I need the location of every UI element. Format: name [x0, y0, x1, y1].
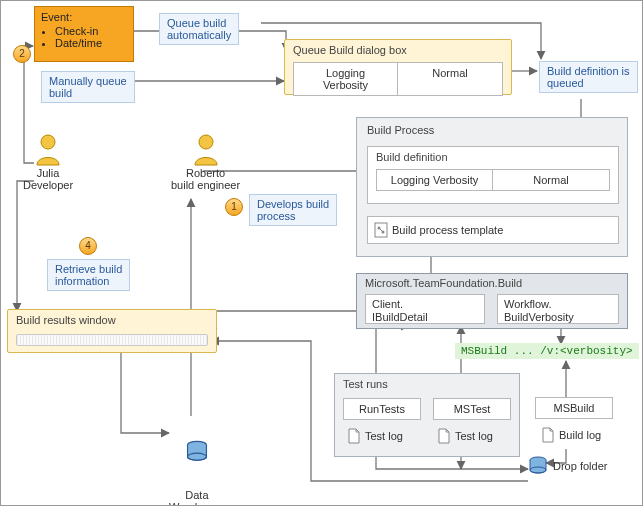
label-queue-auto: Queue build automatically — [159, 13, 239, 45]
document-icon — [437, 428, 451, 444]
database-icon — [184, 439, 210, 465]
test-log-1: Test log — [347, 428, 403, 444]
queue-dialog-row: Logging Verbosity Normal — [293, 62, 503, 96]
build-process-title: Build Process — [367, 124, 434, 136]
template-label: Build process template — [392, 224, 503, 236]
label-develops-process: Develops build process — [249, 194, 337, 226]
template-icon — [374, 222, 388, 238]
queue-dialog-title: Queue Build dialog box — [293, 44, 407, 56]
build-definition-title: Build definition — [376, 151, 448, 163]
person-name: Roberto — [171, 167, 240, 179]
database-icon — [527, 455, 549, 477]
msbuild-command: MSBuild ... /v:<verbosity> — [455, 343, 639, 359]
diagram-canvas: Event: Check-in Date/time 2 1 3 4 Queue … — [0, 0, 643, 506]
build-definition-row: Logging Verbosity Normal — [376, 169, 610, 191]
svg-point-0 — [41, 135, 55, 149]
step-1: 1 — [225, 198, 243, 216]
build-definition-box: Build definition Logging Verbosity Norma… — [367, 146, 619, 204]
document-icon — [347, 428, 361, 444]
event-item: Check-in — [55, 25, 127, 37]
person-icon — [34, 133, 62, 167]
person-roberto: Roberto build engineer — [171, 133, 240, 191]
build-def-col2: Normal — [493, 170, 609, 190]
person-julia: Julia Developer — [23, 133, 73, 191]
build-results-window: Build results window — [7, 309, 217, 353]
label-def-queued: Build definition is queued — [539, 61, 638, 93]
event-item: Date/time — [55, 37, 127, 49]
build-def-col1: Logging Verbosity — [377, 170, 493, 190]
queue-dialog-col1: Logging Verbosity — [294, 63, 398, 95]
queue-dialog-col2: Normal — [398, 63, 502, 95]
build-process-template: Build process template — [367, 216, 619, 244]
msbuild-box: MSBuild — [535, 397, 613, 419]
test-runs-panel: Test runs RunTests MSTest Test log Test … — [334, 373, 520, 457]
test-runs-title: Test runs — [343, 378, 388, 390]
drop-folder: Drop folder — [527, 455, 607, 477]
tfbuild-panel: Microsoft.TeamFoundation.Build Client. I… — [356, 273, 628, 329]
results-title: Build results window — [16, 314, 116, 326]
runtests-box: RunTests — [343, 398, 421, 420]
document-icon — [541, 427, 555, 443]
queue-build-dialog: Queue Build dialog box Logging Verbosity… — [284, 39, 512, 95]
results-progress-fill — [17, 335, 207, 345]
mstest-box: MSTest — [433, 398, 511, 420]
person-role: build engineer — [171, 179, 240, 191]
step-2: 2 — [13, 45, 31, 63]
build-process-panel: Build Process Build definition Logging V… — [356, 117, 628, 257]
tfbuild-title: Microsoft.TeamFoundation.Build — [365, 277, 522, 289]
person-icon — [192, 133, 220, 167]
build-log: Build log — [541, 427, 601, 443]
test-log-2: Test log — [437, 428, 493, 444]
tfbuild-workflow: Workflow. BuildVerbosity — [497, 294, 619, 324]
step-4: 4 — [79, 237, 97, 255]
results-progress — [16, 334, 208, 346]
label-manual-queue: Manually queue build — [41, 71, 135, 103]
person-name: Julia — [23, 167, 73, 179]
person-role: Developer — [23, 179, 73, 191]
event-box: Event: Check-in Date/time — [34, 6, 134, 62]
event-header: Event: — [41, 11, 127, 23]
label-retrieve-info: Retrieve build information — [47, 259, 130, 291]
svg-point-1 — [199, 135, 213, 149]
data-warehouse: Data Warehouse — [169, 415, 225, 506]
event-list: Check-in Date/time — [55, 25, 127, 49]
tfbuild-client: Client. IBuildDetail — [365, 294, 485, 324]
